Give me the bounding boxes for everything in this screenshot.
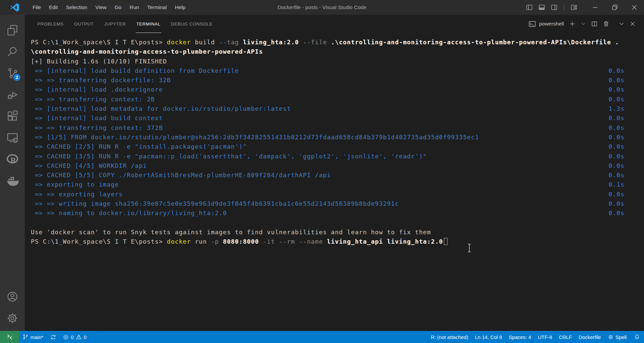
menu-view[interactable]: View — [91, 0, 110, 15]
terminal-text-segment: => CACHED [4/5] WORKDIR /api — [31, 162, 147, 169]
powershell-terminal-icon — [528, 20, 536, 28]
terminal-line: => => transferring context: 372B0.0s — [31, 123, 644, 133]
sidebar-item-remote-explorer[interactable] — [0, 127, 25, 148]
minimize-button[interactable] — [586, 0, 605, 15]
tab-terminal[interactable]: TERMINAL — [136, 15, 161, 33]
source-control-badge: 2 — [13, 74, 20, 81]
git-branch-item[interactable]: main* — [19, 331, 47, 343]
menu-help[interactable]: Help — [171, 0, 190, 15]
terminal-text-segment — [323, 238, 327, 245]
launch-profile-chevron-icon[interactable] — [581, 21, 586, 27]
explorer-icon — [6, 24, 18, 36]
terminal-line: => => transferring context: 2B0.0s — [31, 95, 644, 104]
panel-tabs: PROBLEMS OUTPUT JUPYTER TERMINAL DEBUG C… — [37, 15, 222, 33]
sidebar-item-search[interactable] — [0, 41, 25, 62]
terminal-text-segment: => [internal] load build context — [31, 114, 163, 121]
restore-button[interactable] — [605, 0, 625, 15]
tab-problems[interactable]: PROBLEMS — [37, 15, 64, 33]
terminal-text-segment: => => transferring context: 372B — [31, 124, 163, 131]
warnings-count: 0 — [84, 334, 86, 340]
terminal-text-segment — [219, 238, 223, 245]
sidebar-item-source-control[interactable]: 2 — [0, 62, 25, 84]
kill-terminal-icon[interactable] — [603, 20, 609, 27]
terminal-text-segment — [299, 39, 303, 46]
sidebar-item-explorer[interactable] — [0, 19, 25, 41]
toggle-sidebar-icon[interactable] — [526, 4, 533, 11]
toggle-secondary-sidebar-icon[interactable] — [550, 4, 558, 11]
new-terminal-icon[interactable] — [569, 20, 576, 27]
shell-name-label[interactable]: powershell — [539, 21, 564, 27]
terminal-text-segment: => CACHED [5/5] COPY ./RobertASmithBresM… — [31, 172, 331, 179]
gear-icon — [6, 312, 18, 324]
run-and-debug-icon — [6, 89, 18, 101]
remote-explorer-icon — [6, 132, 18, 144]
indentation-item[interactable]: Spaces: 4 — [506, 331, 535, 343]
cursor-position-item[interactable]: Ln 14, Col 8 — [472, 331, 506, 343]
terminal-text-segment: => exporting to image — [31, 181, 119, 188]
language-mode-item[interactable]: Dockerfile — [575, 331, 604, 343]
terminal-text-segment: -p — [211, 238, 219, 245]
problems-item[interactable]: 0 0 — [60, 331, 90, 343]
menu-selection[interactable]: Selection — [62, 0, 92, 15]
panel-actions: powershell — [528, 15, 636, 33]
customize-layout-icon[interactable] — [570, 4, 578, 11]
terminal-text-segment: living_hta_api living_hta:2.0 — [327, 238, 443, 245]
notifications-item[interactable] — [630, 331, 644, 343]
bottom-panel: PROBLEMS OUTPUT JUPYTER TERMINAL DEBUG C… — [25, 15, 644, 331]
terminal-text-segment: --rm — [279, 238, 295, 245]
terminal-text-segment: => CACHED [2/5] RUN R -e "install.packag… — [31, 143, 247, 150]
terminal-line: => => naming to docker.io/library/living… — [31, 208, 644, 218]
terminal-line: PS C:\1_Work_space\S I T E\posts> docker… — [31, 237, 644, 246]
sidebar-item-docker[interactable] — [0, 170, 25, 191]
terminal-line: => => exporting layers0.0s — [31, 190, 644, 199]
terminal-text-segment — [327, 39, 331, 46]
split-terminal-icon[interactable] — [591, 20, 598, 27]
status-bar-right: R: (not attached) Ln 14, Col 8 Spaces: 4… — [427, 331, 644, 343]
terminal-line: => [internal] load build definition from… — [31, 66, 644, 76]
r-session-item[interactable]: R: (not attached) — [427, 331, 472, 343]
indentation-label: Spaces: 4 — [509, 334, 531, 340]
account-icon — [6, 291, 18, 303]
terminal-text-segment: => => exporting layers — [31, 191, 123, 198]
close-panel-icon[interactable] — [630, 21, 636, 27]
build-step-duration: 0.0s — [608, 152, 625, 161]
terminal-text-segment: \controlling-and-monitoring-access-to-pl… — [31, 48, 263, 55]
menu-run[interactable]: Run — [125, 0, 143, 15]
titlebar-actions — [526, 0, 644, 15]
build-step-duration: 0.0s — [608, 85, 625, 94]
errors-count: 0 — [71, 334, 73, 340]
close-window-button[interactable] — [625, 0, 644, 15]
sidebar-item-run-debug[interactable] — [0, 84, 25, 105]
sidebar-item-r[interactable]: R — [0, 148, 25, 170]
tab-output[interactable]: OUTPUT — [73, 15, 95, 33]
terminal-output[interactable]: PS C:\1_Work_space\S I T E\posts> docker… — [25, 33, 644, 331]
titlebar-divider — [564, 4, 564, 10]
menu-go[interactable]: Go — [111, 0, 126, 15]
eol-item[interactable]: CRLF — [555, 331, 575, 343]
title-bar: File Edit Selection View Go Run Terminal… — [0, 0, 644, 15]
menu-terminal[interactable]: Terminal — [143, 0, 171, 15]
terminal-text-segment: --name — [299, 238, 323, 245]
remote-indicator[interactable] — [0, 331, 19, 343]
menu-edit[interactable]: Edit — [45, 0, 62, 15]
spell-checker-item[interactable]: Spell — [604, 331, 630, 343]
cursor-position-label: Ln 14, Col 8 — [475, 334, 502, 340]
encoding-item[interactable]: UTF-8 — [534, 331, 555, 343]
build-step-duration: 0.0s — [608, 66, 625, 76]
terminal-line: Use 'docker scan' to run Snyk tests agai… — [31, 228, 644, 237]
tab-debug-console[interactable]: DEBUG CONSOLE — [170, 15, 213, 33]
terminal-line: => CACHED [4/5] WORKDIR /api0.0s — [31, 161, 644, 170]
settings-button[interactable] — [0, 307, 25, 329]
accounts-button[interactable] — [0, 286, 25, 307]
menu-file[interactable]: File — [28, 0, 45, 15]
terminal-text-segment — [275, 238, 279, 245]
panel-maximize-chevron-icon[interactable] — [619, 21, 625, 27]
sidebar-item-extensions[interactable] — [0, 105, 25, 127]
build-step-duration: 0.0s — [608, 113, 625, 123]
terminal-text-segment: [+] Building 1.6s (10/10) FINISHED — [31, 58, 167, 65]
toggle-panel-icon[interactable] — [538, 4, 545, 11]
terminal-line: \controlling-and-monitoring-access-to-pl… — [31, 47, 644, 56]
tab-jupyter[interactable]: JUPYTER — [104, 15, 127, 33]
sync-changes-button[interactable] — [47, 331, 60, 343]
terminal-line — [31, 218, 644, 228]
